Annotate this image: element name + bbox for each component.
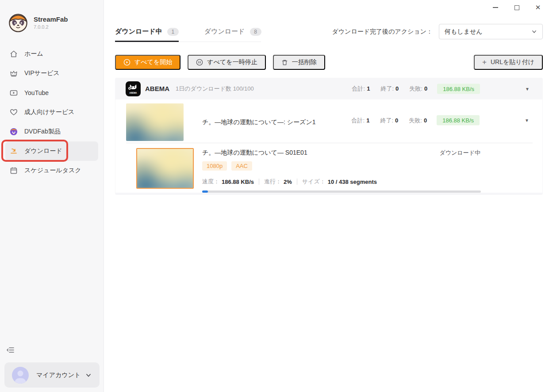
size-label: サイズ： [302,178,326,186]
heart-icon [10,108,18,116]
chevron-down-icon [531,29,537,34]
play-circle-icon [123,59,131,66]
provider-name: ABEMA [145,85,169,92]
stat-failed: 失敗:0 [409,85,427,93]
streamfab-logo-icon [8,12,28,33]
sidebar-item-download[interactable]: ダウンロード [5,141,98,161]
sidebar-item-label: YouTube [24,89,49,96]
app-version: 7.0.0.2 [34,24,68,30]
tab-bar: ダウンロード中 1 ダウンロード 8 ダウンロード完了後のアクション： 何もしま… [115,21,543,42]
dvdfab-icon [10,128,18,136]
sidebar-nav: ホーム VIPサービス YouTube 成人向けサービス [0,44,104,180]
sidebar-item-home[interactable]: ホーム [5,44,98,64]
post-action-group: ダウンロード完了後のアクション： 何もしません [332,24,543,39]
stat-finished: 終了:0 [380,116,398,124]
sidebar: StreamFab 7.0.0.2 ホーム VIPサービス [0,0,104,392]
size-value: 10 / 438 segments [328,179,377,185]
tab-count-badge: 1 [167,28,179,36]
sidebar-item-label: ホーム [24,50,43,58]
episode-thumbnail [136,148,194,189]
provider-stats: 合計:1 終了:0 失敗:0 186.88 KB/s [352,84,480,94]
episode-row[interactable]: チ。—地球の運動について— S01E01 1080p AAC 速度： 186.8… [115,143,542,193]
sidebar-item-vip[interactable]: VIPサービス [5,64,98,83]
tab-downloaded[interactable]: ダウンロード 8 [204,21,261,42]
avatar [12,367,29,384]
window-controls: ✕ [491,3,543,12]
home-icon [10,50,18,58]
provider-group-panel: チ。—地球の運動について—: シーズン1 合計:1 終了:0 失敗:0 186.… [115,99,542,193]
bulk-delete-label: 一括削除 [292,58,317,66]
chevron-down-icon [85,372,92,378]
app-title-block: StreamFab 7.0.0.2 [34,15,68,30]
app-name: StreamFab [34,15,68,23]
pause-all-label: すべてを一時停止 [207,58,257,66]
tab-label: ダウンロード [204,27,245,36]
app-logo-row: StreamFab 7.0.0.2 [8,12,68,33]
stat-total: 合計:1 [352,85,370,93]
start-all-label: すべてを開始 [134,58,172,66]
post-action-label: ダウンロード完了後のアクション： [332,28,433,36]
speed-badge: 186.88 KB/s [437,115,480,126]
post-action-select[interactable]: 何もしません [439,24,543,39]
collapse-sidebar-button[interactable] [6,346,15,354]
account-button[interactable]: マイアカウント [4,362,100,388]
download-list: ABEMA ABEMA 1日のダウンロード数 100/100 合計:1 終了:0… [115,78,543,195]
tabs: ダウンロード中 1 ダウンロード 8 [115,21,261,42]
post-action-value: 何もしません [445,28,483,36]
tab-downloading[interactable]: ダウンロード中 1 [115,21,179,42]
season-thumbnail [126,103,184,141]
download-icon [10,147,18,155]
main-content: ✕ ダウンロード中 1 ダウンロード 8 ダウンロード完了後のアクション： 何も… [104,0,549,392]
sidebar-item-label: DVDFab製品 [24,128,61,136]
provider-row-abema[interactable]: ABEMA ABEMA 1日のダウンロード数 100/100 合計:1 終了:0… [115,78,543,99]
stat-failed: 失敗:0 [409,116,427,124]
sidebar-item-youtube[interactable]: YouTube [5,83,98,103]
sidebar-item-schedule[interactable]: スケジュールタスク [5,161,98,180]
tab-count-badge: 8 [250,28,261,36]
info-separator [297,179,297,185]
speed-label: 速度： [202,178,219,186]
sidebar-item-label: VIPサービス [24,69,60,77]
start-all-button[interactable]: すべてを開始 [115,55,180,70]
trash-icon [281,59,288,66]
stat-total: 合計:1 [352,116,370,124]
info-separator [259,179,259,185]
svg-text:ABEMA: ABEMA [130,91,138,94]
episode-info-row: 速度： 186.88 KB/s 進行： 2% サイズ： 10 / 438 seg… [202,178,481,186]
caret-down-icon[interactable]: ▼ [525,86,530,91]
episode-badges: 1080p AAC [202,161,481,171]
youtube-icon [10,89,18,97]
calendar-icon [10,167,18,175]
paste-url-label: URLを貼り付け [491,58,534,66]
pause-circle-icon [196,59,203,66]
minimize-button[interactable] [491,3,500,12]
progress-label: 進行： [264,178,281,186]
stat-finished: 終了:0 [380,85,399,93]
progress-value: 2% [284,179,292,185]
paste-url-button[interactable]: + URLを貼り付け [474,55,543,70]
pause-all-button[interactable]: すべてを一時停止 [188,55,265,70]
episode-status: ダウンロード中 [439,149,480,157]
bulk-delete-button[interactable]: 一括削除 [273,55,325,70]
toolbar: すべてを開始 すべてを一時停止 一括削除 + URLを貼り付け [115,55,543,70]
progress-fill [202,190,208,193]
plus-icon: + [482,58,487,67]
crown-icon [10,69,18,77]
sidebar-item-label: ダウンロード [24,147,62,155]
sidebar-item-adult[interactable]: 成人向けサービス [5,103,98,122]
maximize-button[interactable] [512,3,522,12]
speed-value: 186.88 KB/s [222,179,254,185]
close-button[interactable]: ✕ [533,3,543,12]
season-stats: 合計:1 終了:0 失敗:0 186.88 KB/s [352,115,480,126]
sidebar-item-label: 成人向けサービス [24,108,74,116]
speed-badge: 186.88 KB/s [437,84,480,94]
sidebar-item-dvdfab[interactable]: DVDFab製品 [5,122,98,141]
provider-daily-quota: 1日のダウンロード数 100/100 [176,85,254,93]
sidebar-item-label: スケジュールタスク [24,167,81,175]
season-title: チ。—地球の運動について—: シーズン1 [202,118,316,126]
streamfab-window: StreamFab 7.0.0.2 ホーム VIPサービス [0,0,549,392]
abema-logo-icon: ABEMA [126,81,141,96]
season-row[interactable]: チ。—地球の運動について—: シーズン1 合計:1 終了:0 失敗:0 186.… [115,99,542,141]
tab-label: ダウンロード中 [115,27,162,36]
caret-down-icon[interactable]: ▼ [525,118,529,123]
